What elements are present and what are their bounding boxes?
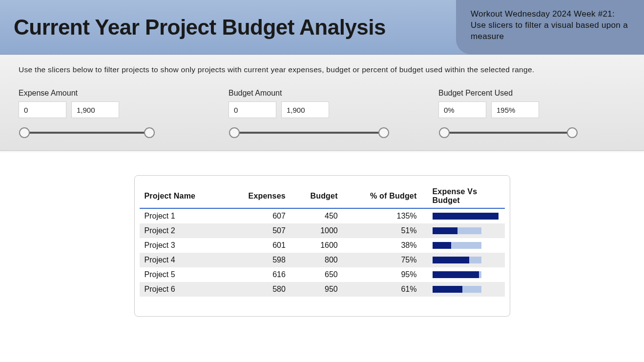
cell-budget: 650 (291, 267, 343, 282)
range-thumb-min[interactable] (229, 127, 240, 138)
cell-pct-budget: 51% (343, 223, 422, 238)
cell-pct-budget: 135% (343, 208, 422, 223)
instructions-text: Use the slicers below to filter projects… (19, 65, 625, 74)
budget-max-input[interactable] (281, 101, 329, 118)
cell-expense-vs-budget-bar (422, 238, 505, 253)
cell-project-name: Project 3 (140, 238, 225, 253)
expense-range-slider[interactable] (19, 127, 155, 139)
cell-expense-vs-budget-bar (422, 282, 505, 297)
title-wrap: Current Year Project Budget Analysis (0, 0, 456, 54)
cell-expenses: 580 (225, 282, 291, 297)
slicer-inputs-expense (19, 101, 185, 118)
cell-expenses: 601 (225, 238, 291, 253)
subtitle-text: Workout Wednesday 2024 Week #21: Use sli… (471, 9, 628, 41)
table-row[interactable]: Project 2507100051% (140, 223, 505, 238)
cell-pct-budget: 61% (343, 282, 422, 297)
cell-expense-vs-budget-bar (422, 253, 505, 267)
slicer-label-percent: Budget Percent Used (438, 89, 604, 98)
cell-project-name: Project 1 (140, 208, 225, 223)
cell-pct-budget: 75% (343, 253, 422, 267)
col-project-name[interactable]: Project Name (140, 183, 225, 208)
cell-budget: 1600 (291, 238, 343, 253)
cell-expenses: 598 (225, 253, 291, 267)
slicer-row: Expense Amount Budget Amount (19, 89, 625, 139)
cell-project-name: Project 4 (140, 253, 225, 267)
cell-expenses: 607 (225, 208, 291, 223)
table-row[interactable]: Project 658095061% (140, 282, 505, 297)
slicer-label-budget: Budget Amount (229, 89, 395, 98)
subtitle-panel: Workout Wednesday 2024 Week #21: Use sli… (456, 0, 644, 54)
cell-budget: 950 (291, 282, 343, 297)
table-row[interactable]: Project 3601160038% (140, 238, 505, 253)
cell-expense-vs-budget-bar (422, 208, 505, 223)
range-track (444, 132, 572, 134)
slicer-budget-percent: Budget Percent Used (438, 89, 604, 139)
report-header: Current Year Project Budget Analysis Wor… (0, 0, 644, 55)
cell-project-name: Project 2 (140, 223, 225, 238)
table-body: Project 1607450135%Project 2507100051%Pr… (140, 208, 505, 297)
range-thumb-min[interactable] (19, 127, 30, 138)
col-pct-budget[interactable]: % of Budget (343, 183, 422, 208)
table-header-row: Project Name Expenses Budget % of Budget… (140, 183, 505, 208)
cell-expense-vs-budget-bar (422, 267, 505, 282)
cell-budget: 1000 (291, 223, 343, 238)
results-table-card: Project Name Expenses Budget % of Budget… (134, 175, 510, 317)
slicer-expense-amount: Expense Amount (19, 89, 185, 139)
range-thumb-max[interactable] (144, 127, 155, 138)
col-expense-vs-budget[interactable]: Expense Vs Budget (422, 183, 505, 208)
cell-expense-vs-budget-bar (422, 223, 505, 238)
cell-project-name: Project 5 (140, 267, 225, 282)
table-row[interactable]: Project 1607450135% (140, 208, 505, 223)
cell-budget: 800 (291, 253, 343, 267)
results-table: Project Name Expenses Budget % of Budget… (140, 183, 505, 297)
slicer-inputs-budget (229, 101, 395, 118)
expense-min-input[interactable] (19, 101, 66, 118)
cell-pct-budget: 38% (343, 238, 422, 253)
col-budget[interactable]: Budget (291, 183, 343, 208)
page-title: Current Year Project Budget Analysis (14, 15, 386, 40)
budget-range-slider[interactable] (229, 127, 390, 139)
cell-expenses: 616 (225, 267, 291, 282)
table-row[interactable]: Project 561665095% (140, 267, 505, 282)
percent-max-input[interactable] (491, 101, 539, 118)
slicer-budget-amount: Budget Amount (229, 89, 395, 139)
expense-max-input[interactable] (71, 101, 119, 118)
slicer-label-expense: Expense Amount (19, 89, 185, 98)
percent-range-slider[interactable] (438, 127, 578, 139)
range-track (24, 132, 149, 134)
cell-pct-budget: 95% (343, 267, 422, 282)
budget-min-input[interactable] (229, 101, 276, 118)
cell-project-name: Project 6 (140, 282, 225, 297)
table-row[interactable]: Project 459880075% (140, 253, 505, 267)
cell-budget: 450 (291, 208, 343, 223)
col-expenses[interactable]: Expenses (225, 183, 291, 208)
cell-expenses: 507 (225, 223, 291, 238)
range-thumb-min[interactable] (439, 127, 450, 138)
slicer-inputs-percent (438, 101, 604, 118)
range-thumb-max[interactable] (567, 127, 578, 138)
range-thumb-max[interactable] (378, 127, 389, 138)
range-track (234, 132, 384, 134)
filter-band: Use the slicers below to filter projects… (0, 55, 644, 151)
percent-min-input[interactable] (438, 101, 486, 118)
